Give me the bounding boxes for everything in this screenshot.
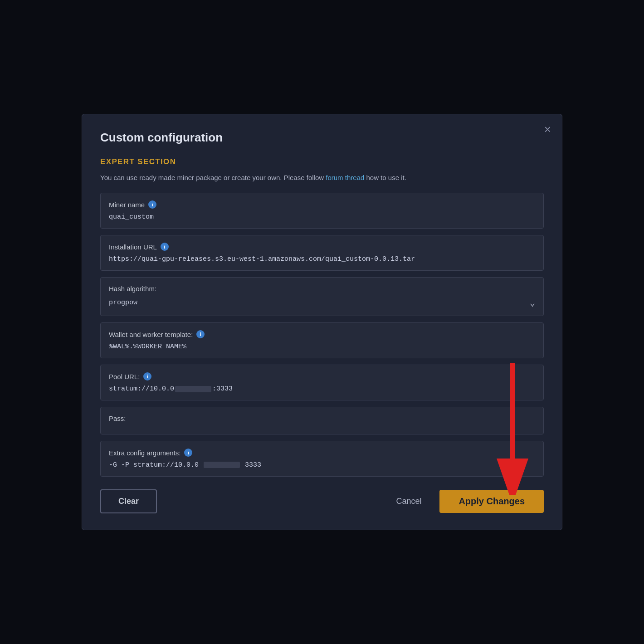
close-button[interactable]: × [544, 123, 551, 135]
installation-url-info-icon[interactable]: i [161, 243, 169, 251]
extra-config-field: Extra config arguments: i -G -P stratum:… [100, 441, 544, 477]
wallet-worker-info-icon[interactable]: i [196, 330, 205, 338]
extra-config-value: -G -P stratum://10.0.0 3333 [109, 461, 535, 469]
pool-url-label: Pool URL: i [109, 372, 535, 381]
miner-name-info-icon[interactable]: i [148, 200, 156, 209]
modal-title: Custom configuration [100, 131, 544, 145]
pass-field: Pass: [100, 407, 544, 434]
installation-url-value: https://quai-gpu-releases.s3.eu-west-1.a… [109, 255, 535, 263]
pass-label: Pass: [109, 415, 535, 422]
clear-button[interactable]: Clear [100, 489, 157, 513]
pool-url-redacted [175, 386, 211, 392]
miner-name-value: quai_custom [109, 213, 535, 221]
chevron-down-icon: ⌄ [530, 297, 535, 308]
extra-config-label: Extra config arguments: i [109, 449, 535, 457]
modal-wrapper: × Custom configuration EXPERT SECTION Yo… [82, 114, 562, 531]
hash-algorithm-select[interactable]: progpow ⌄ [109, 297, 535, 308]
section-title: EXPERT SECTION [100, 157, 544, 166]
hash-algorithm-label: Hash algorithm: [109, 285, 535, 293]
miner-name-label: Miner name i [109, 200, 535, 209]
miner-name-field: Miner name i quai_custom [100, 193, 544, 229]
installation-url-field: Installation URL i https://quai-gpu-rele… [100, 235, 544, 271]
wallet-worker-field: Wallet and worker template: i %WAL%.%WOR… [100, 322, 544, 358]
section-description: You can use ready made miner package or … [100, 173, 544, 183]
cancel-button[interactable]: Cancel [385, 490, 432, 512]
extra-config-redacted [204, 462, 240, 468]
extra-config-info-icon[interactable]: i [184, 449, 192, 457]
forum-thread-link[interactable]: forum thread [326, 174, 364, 181]
pool-url-field: Pool URL: i stratum://10.0.0 :3333 [100, 365, 544, 400]
installation-url-label: Installation URL i [109, 243, 535, 251]
wallet-worker-value: %WAL%.%WORKER_NAME% [109, 343, 535, 351]
hash-algorithm-field: Hash algorithm: progpow ⌄ [100, 277, 544, 316]
pool-url-value: stratum://10.0.0 :3333 [109, 385, 535, 393]
modal-footer: Clear Cancel Apply Changes [100, 489, 544, 513]
pool-url-info-icon[interactable]: i [143, 372, 151, 381]
apply-changes-button[interactable]: Apply Changes [439, 490, 544, 513]
wallet-worker-label: Wallet and worker template: i [109, 330, 535, 338]
custom-config-modal: × Custom configuration EXPERT SECTION Yo… [82, 114, 562, 531]
footer-right-actions: Cancel Apply Changes [385, 490, 544, 513]
modal-overlay: × Custom configuration EXPERT SECTION Yo… [0, 0, 644, 644]
